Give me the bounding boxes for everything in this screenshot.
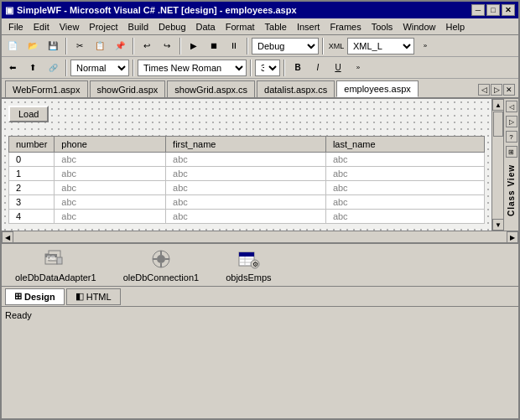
toolbar-extra[interactable]: » [416,37,434,55]
tab-close-btn[interactable]: ✕ [503,84,515,96]
cell-firstname: abc [166,195,326,210]
tb2-btn3[interactable]: 🔗 [44,59,62,77]
menu-view[interactable]: View [55,20,85,34]
tab-prev-btn[interactable]: ◁ [478,84,490,96]
font-select[interactable]: Times New Roman [138,60,247,76]
sep9 [283,60,285,76]
component-objdsemps[interactable]: ⚙ objdsEmps [226,247,271,283]
scroll-down-btn[interactable]: ▼ [492,219,503,231]
load-button[interactable]: Load [8,106,49,122]
misc-btn3[interactable]: ⏸ [225,37,243,55]
oledbadapter-label: oleDbDataAdapter1 [15,272,96,283]
menu-insert[interactable]: Insert [292,20,325,34]
italic-button[interactable]: I [309,59,327,77]
tab-next-btn[interactable]: ▷ [491,84,502,96]
menu-help[interactable]: Help [441,20,471,34]
component-oledbadapter[interactable]: DB oleDbDataAdapter1 [15,247,96,283]
cell-lastname: abc [325,181,484,195]
sep2 [133,38,134,54]
menu-file[interactable]: File [3,20,29,34]
cell-rownum: 0 [9,153,55,167]
paste-btn[interactable]: 📌 [111,37,129,55]
cv-next-btn[interactable]: ▷ [506,116,517,127]
table-row: 3 abc abc abc [9,195,485,210]
menu-format[interactable]: Format [221,20,260,34]
title-bar: ▣ SimpleWF - Microsoft Visual C# .NET [d… [2,2,518,18]
misc-btn2[interactable]: ⏹ [205,37,223,55]
cv-extra-btn[interactable]: ⊞ [506,146,517,158]
bottom-tab-html[interactable]: ◧ HTML [66,288,121,305]
cell-phone: abc [55,181,166,195]
tab-showgrid[interactable]: showGrid.aspx [90,80,166,97]
underline-button[interactable]: U [329,59,347,77]
menu-edit[interactable]: Edit [29,20,55,34]
tab-showgrid-cs[interactable]: showGrid.aspx.cs [167,80,255,97]
scroll-up-btn[interactable]: ▲ [492,99,503,111]
table-row: 4 abc abc abc [9,210,485,224]
design-content: Load number phone first_name last_name 0… [2,99,491,231]
app-icon: ▣ [5,5,13,16]
cell-firstname: abc [166,153,326,167]
tab-webform1[interactable]: WebForm1.aspx [5,80,88,97]
table-row: 0 abc abc abc [9,153,485,167]
new-btn[interactable]: 📄 [3,37,22,55]
bold-button[interactable]: B [289,59,307,77]
toolbar2-extra[interactable]: » [349,59,367,77]
copy-btn[interactable]: 📋 [91,37,109,55]
scroll-left-btn[interactable]: ◀ [2,231,13,243]
close-button[interactable]: ✕ [502,4,515,16]
undo-btn[interactable]: ↩ [138,37,156,55]
tab-employees[interactable]: employees.aspx [336,80,419,97]
save-btn[interactable]: 💾 [44,37,62,55]
bottom-tabs: ⊞ Design ◧ HTML [2,286,518,306]
menu-table[interactable]: Table [260,20,292,34]
menu-frames[interactable]: Frames [325,20,366,34]
menu-build[interactable]: Build [123,20,153,34]
tb2-btn1[interactable]: ⬅ [3,59,22,77]
sep8 [250,60,252,76]
size-select[interactable]: 3 [255,60,280,76]
cut-btn[interactable]: ✂ [70,37,89,55]
cell-rownum: 1 [9,167,55,181]
svg-point-6 [157,255,165,263]
cell-lastname: abc [325,153,484,167]
data-grid: number phone first_name last_name 0 abc … [8,136,485,224]
menu-project[interactable]: Project [84,20,122,34]
cell-rownum: 3 [9,195,55,210]
bottom-tab-design[interactable]: ⊞ Design [5,288,65,305]
cv-help-btn[interactable]: ? [506,131,517,143]
col-phone: phone [55,137,166,153]
svg-text:⚙: ⚙ [252,261,258,268]
horizontal-scrollbar[interactable]: ◀ ▶ [2,231,518,242]
cell-lastname: abc [325,210,484,224]
tab-datalist-cs[interactable]: datalist.aspx.cs [257,80,335,97]
maximize-button[interactable]: □ [486,4,500,16]
menu-window[interactable]: Window [398,20,440,34]
scroll-thumb-v[interactable] [493,111,503,137]
vertical-scrollbar[interactable]: ▲ ▼ [491,99,503,231]
cv-prev-btn[interactable]: ◁ [506,101,517,112]
xml-mode-select[interactable]: XML_L [347,38,414,54]
open-btn[interactable]: 📂 [23,37,42,55]
oledbconnection-label: oleDbConnection1 [123,272,200,283]
cell-rownum: 4 [9,210,55,224]
minimize-button[interactable]: ─ [471,4,485,16]
menu-tools[interactable]: Tools [367,20,398,34]
debug-mode-select[interactable]: Debug [252,38,319,54]
tabs-bar: WebForm1.aspx showGrid.aspx showGrid.asp… [2,79,518,99]
tab-nav: ◁ ▷ ✕ [478,84,515,97]
sep6 [65,60,67,76]
tb2-btn2[interactable]: ⬆ [23,59,42,77]
component-tray: DB oleDbDataAdapter1 oleDbConnection1 [2,242,518,286]
misc-btn1[interactable]: ▶ [185,37,203,55]
menu-debug[interactable]: Debug [153,20,190,34]
toolbar-1: 📄 📂 💾 ✂ 📋 📌 ↩ ↪ ▶ ⏹ ⏸ Debug XML XML_L » [2,35,518,57]
scroll-right-btn[interactable]: ▶ [507,231,518,243]
style-select[interactable]: Normal [70,60,129,76]
redo-btn[interactable]: ↪ [158,37,176,55]
col-firstname: first_name [166,137,326,153]
design-tab-label: Design [24,292,55,302]
table-row: 2 abc abc abc [9,181,485,195]
menu-data[interactable]: Data [191,20,221,34]
component-oledbconnection[interactable]: oleDbConnection1 [123,247,200,283]
